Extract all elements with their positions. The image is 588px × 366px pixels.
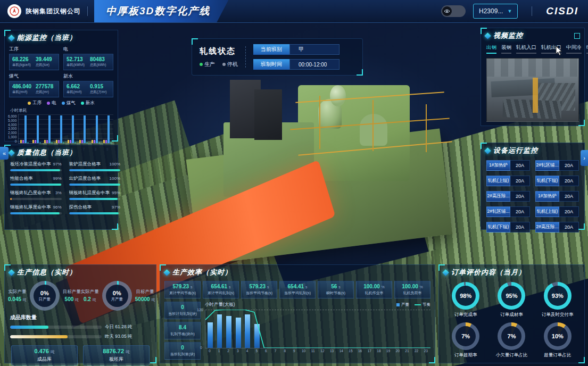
quality-label: 板坯冷装温度命中率 xyxy=(10,161,51,168)
quality-item: 探伤合格率97% xyxy=(69,204,121,214)
video-tab-中间冷[interactable]: 中间冷 xyxy=(566,44,582,54)
bar xyxy=(58,140,60,143)
panel-diamond-icon xyxy=(8,35,15,41)
unit: 吨 xyxy=(75,298,79,302)
x-tick: 3 xyxy=(233,349,243,353)
legend-dot-icon xyxy=(28,102,31,105)
unit: s xyxy=(191,285,193,289)
toggle-knob xyxy=(442,6,452,16)
quality-value: 99% xyxy=(53,176,62,181)
energy-chart-legend: 工序电煤气新水 xyxy=(5,98,118,107)
energy-card: 电52.71380483单耗(kWh/t)总耗(kWh) xyxy=(63,45,113,70)
pace-line xyxy=(205,310,430,348)
target-output-value: 500 吨 xyxy=(65,296,79,303)
device-chip: 轧机(上辊)20A xyxy=(535,206,579,217)
visibility-toggle[interactable] xyxy=(441,5,466,17)
hourly-output-legend: 产量节奏 xyxy=(396,302,430,307)
x-tick: 1 xyxy=(214,349,224,353)
energy-value: 277578 xyxy=(36,84,56,89)
video-detail xyxy=(502,99,561,119)
order-kpi: 10%超量订单占比 xyxy=(536,322,579,359)
device-chip: 2#高压除...20A xyxy=(486,191,530,202)
bar xyxy=(72,115,74,143)
status-label: 停机 xyxy=(227,61,238,68)
hourly-output-chart: 小时产量(大板) 产量节奏 120 0 01234567891011121314… xyxy=(205,302,430,360)
efficiency-stat-card: 579.23 s累计平均节奏(s) xyxy=(164,281,201,298)
x-tick: 14 xyxy=(336,349,346,353)
device-chip: 轧机(下辊)20A xyxy=(486,222,530,232)
cisdi-logo: CISDI xyxy=(546,5,578,17)
progress-track xyxy=(10,169,62,171)
progress-fill xyxy=(69,184,121,186)
legend-dot-icon xyxy=(81,102,84,105)
left-collapse-handle[interactable]: « xyxy=(0,147,9,160)
video-title: 视频监控 xyxy=(493,31,523,40)
device-name: 2#高压除... xyxy=(486,191,510,202)
stat-label: 瞬时节奏(s) xyxy=(319,290,352,296)
status-legend-item: 生产 xyxy=(200,61,215,68)
efficiency-stat-card: 56 s瞬时节奏(s) xyxy=(318,281,354,298)
actual-output-value: 0.2 吨 xyxy=(84,296,96,303)
mouse-cursor xyxy=(556,46,563,56)
quality-item: 性能合格率99% xyxy=(10,176,62,186)
stat-label: 累计平均节奏(s) xyxy=(166,290,199,296)
devices-title: 设备运行监控 xyxy=(493,146,538,155)
bar xyxy=(44,140,46,143)
energy-card: 新水6.6620.915单耗(m³/t)总耗(万m³) xyxy=(63,72,113,97)
video-tab-电加热[interactable]: 电加热 xyxy=(586,44,588,54)
stat-value: 100.00 % xyxy=(358,284,391,289)
flame-icon xyxy=(10,6,19,16)
energy-medium-label: 新水 xyxy=(63,73,113,80)
bar xyxy=(94,140,95,143)
x-tick: 20 xyxy=(393,349,402,353)
inventory-card[interactable]: 0.476 吨成品库 xyxy=(11,345,78,365)
bar xyxy=(74,143,76,143)
progress-track xyxy=(69,169,121,171)
energy-value: 80483 xyxy=(90,56,110,62)
y-tick: 5,000 xyxy=(8,119,16,122)
efficiency-side-stat: 0当班轧制量(块) xyxy=(164,342,201,360)
bar-group xyxy=(54,114,66,143)
x-tick: 10 xyxy=(299,349,309,353)
energy-card-box: 486.040277578单耗(m³/t)总耗(m³) xyxy=(9,81,59,97)
video-tab-轧机入口[interactable]: 轧机入口 xyxy=(516,44,536,54)
actual-output-label: 实际产量 xyxy=(81,289,99,295)
unit: % xyxy=(382,285,385,289)
stat-value: 579.23 s xyxy=(166,284,199,289)
bar xyxy=(86,143,88,143)
x-tick: 7 xyxy=(271,349,280,353)
production-gauge-group: 实际产量0.045 吨0%日产量目标产量500 吨 xyxy=(8,281,81,311)
order-kpi: 98%订单完成率 xyxy=(444,282,487,318)
target-output-label: 目标产量 xyxy=(136,289,154,295)
unit: s xyxy=(229,285,231,289)
unit: s xyxy=(267,285,269,289)
cctv-video-feed[interactable] xyxy=(486,58,579,122)
right-collapse-handle[interactable]: › xyxy=(581,150,588,166)
video-tab-装钢[interactable]: 装钢 xyxy=(501,44,511,54)
order-kpi: 7%小欠量订单占比 xyxy=(490,322,533,359)
device-name: 轧机(下辊) xyxy=(535,176,559,186)
order-kpi-label: 小欠量订单占比 xyxy=(496,352,528,359)
energy-medium-label: 电 xyxy=(63,46,113,53)
bar xyxy=(60,115,62,143)
expand-icon[interactable] xyxy=(574,33,580,39)
efficiency-stat-card: 654.41 s当班平均轧制(s) xyxy=(279,281,316,298)
energy-chart: 6,0005,0004,0003,0002,0001,0000 xyxy=(5,113,118,147)
quality-value: 100% xyxy=(110,176,120,181)
heat-number-dropdown[interactable]: H2309... ▼ xyxy=(473,4,518,19)
header-divider xyxy=(532,6,532,16)
energy-chart-ylabel: 小时单耗 xyxy=(5,107,118,113)
y-axis-max: 120 xyxy=(197,308,203,312)
video-tab-出钢[interactable]: 出钢 xyxy=(486,44,496,54)
bar xyxy=(35,140,36,143)
progress-fill xyxy=(69,169,121,171)
stat-value: 654.61 s xyxy=(204,284,237,289)
bar xyxy=(39,143,41,143)
energy-value: 52.713 xyxy=(67,56,87,62)
page-title: 中厚板3D数字化产线 xyxy=(106,4,210,18)
panel-diamond-icon xyxy=(484,147,491,154)
inventory-card[interactable]: 8876.72 吨板坯库 xyxy=(83,345,150,365)
x-tick: 6 xyxy=(261,349,271,353)
divider xyxy=(245,46,246,68)
status-dot-icon xyxy=(200,63,203,66)
